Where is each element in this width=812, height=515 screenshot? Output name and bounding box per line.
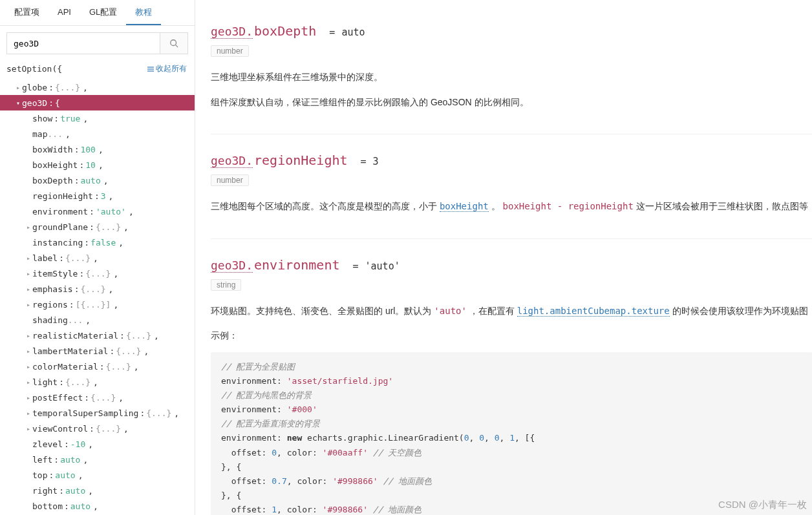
caret-icon: ▸: [25, 270, 32, 277]
tree-item-regions[interactable]: ▸regions: [{...}],: [0, 297, 195, 312]
content: geo3D. boxDepth = auto number 三维地理坐标系组件在…: [195, 0, 812, 515]
tree-item-environment[interactable]: environment: 'auto',: [0, 204, 195, 219]
desc: 组件深度默认自动，保证三维组件的显示比例跟输入的 GeoJSON 的比例相同。: [211, 94, 812, 111]
collapse-icon: [147, 65, 155, 73]
search-icon: [169, 39, 178, 48]
svg-point-0: [171, 40, 176, 46]
tab-api[interactable]: API: [48, 0, 80, 25]
prop-name: environment: [254, 257, 339, 273]
tree-item-geo3D[interactable]: ▾geo3D: {: [0, 95, 195, 110]
prop-name: boxDepth: [254, 23, 316, 39]
tree-item-boxHeight[interactable]: boxHeight: 10,: [0, 157, 195, 173]
caret-icon: ▸: [25, 379, 32, 386]
tree-item-left[interactable]: left: auto,: [0, 452, 195, 467]
tree-item-colorMaterial[interactable]: ▸colorMaterial: {...},: [0, 359, 195, 374]
section-environment: geo3D. environment = 'auto' string 环境贴图。…: [211, 238, 812, 515]
caret-icon: ▸: [14, 84, 22, 91]
tree-item-realisticMaterial[interactable]: ▸realisticMaterial: {...},: [0, 328, 195, 343]
caret-icon: ▸: [25, 332, 32, 339]
caret-icon: ▸: [25, 286, 32, 293]
sig-environment: geo3D. environment = 'auto': [211, 257, 812, 273]
setoption-line: setOption({ 收起所有: [0, 59, 195, 79]
type-badge: number: [211, 174, 249, 186]
caret-icon: ▸: [25, 363, 32, 370]
prop-name: regionHeight: [254, 152, 348, 168]
caret-icon: ▸: [25, 348, 32, 355]
caret-icon: ▸: [25, 394, 32, 401]
tree-item-viewControl[interactable]: ▸viewControl: {...},: [0, 421, 195, 436]
svg-line-1: [176, 45, 178, 48]
tab-tutorial[interactable]: 教程: [126, 0, 161, 25]
tree-item-shading[interactable]: shading ...,: [0, 312, 195, 328]
default-value: auto: [341, 26, 365, 38]
sig-boxDepth: geo3D. boxDepth = auto: [211, 23, 812, 39]
collapse-all[interactable]: 收起所有: [147, 63, 187, 74]
prefix-link[interactable]: geo3D.: [211, 25, 253, 39]
tree-item-groundPlane[interactable]: ▸groundPlane: {...},: [0, 219, 195, 235]
tree-item-postEffect[interactable]: ▸postEffect: {...},: [0, 390, 195, 405]
caret-icon: ▸: [25, 255, 32, 262]
caret-icon: ▸: [25, 425, 32, 432]
default-value: 'auto': [365, 260, 400, 272]
tree-item-map[interactable]: map ...,: [0, 126, 195, 142]
inline-code: boxHeight - regionHeight: [503, 201, 634, 211]
prefix-link[interactable]: geo3D.: [211, 258, 253, 273]
tab-config[interactable]: 配置项: [5, 0, 48, 25]
sidebar: 配置项 API GL配置 教程 setOption({ 收起所有 ▸globe:…: [0, 0, 195, 515]
tree-item-temporalSuperSampling[interactable]: ▸temporalSuperSampling: {...},: [0, 405, 195, 421]
default-value: 3: [373, 156, 379, 167]
search-button[interactable]: [160, 32, 188, 54]
tree-item-zlevel[interactable]: zlevel: -10,: [0, 436, 195, 452]
setoption-open: setOption({: [6, 64, 62, 74]
search-row: [0, 26, 195, 59]
desc: 环境贴图。支持纯色、渐变色、全景贴图的 url。默认为 'auto' ，在配置有…: [211, 302, 812, 320]
tree-item-globe[interactable]: ▸globe: {...},: [0, 79, 195, 95]
tree-item-label[interactable]: ▸label: {...},: [0, 250, 195, 266]
tree-item-instancing[interactable]: instancing: false,: [0, 235, 195, 250]
section-boxDepth: geo3D. boxDepth = auto number 三维地理坐标系组件在…: [211, 16, 812, 110]
tree-item-itemStyle[interactable]: ▸itemStyle: {...},: [0, 266, 195, 281]
prefix-link[interactable]: geo3D.: [211, 154, 253, 168]
tree-item-right[interactable]: right: auto,: [0, 483, 195, 498]
link-boxHeight[interactable]: boxHeight: [440, 201, 489, 212]
type-badge: string: [211, 279, 241, 291]
tabs: 配置项 API GL配置 教程: [0, 0, 195, 26]
option-tree[interactable]: ▸globe: {...},▾geo3D: {show: true,map ..…: [0, 79, 195, 515]
tree-item-emphasis[interactable]: ▸emphasis: {...},: [0, 281, 195, 297]
tree-item-lambertMaterial[interactable]: ▸lambertMaterial: {...},: [0, 343, 195, 359]
caret-icon: ▾: [14, 100, 22, 107]
inline-code: 'auto': [434, 306, 467, 316]
section-regionHeight: geo3D. regionHeight = 3 number 三维地图每个区域的…: [211, 134, 812, 215]
caret-icon: ▸: [25, 224, 32, 231]
tab-glconfig[interactable]: GL配置: [80, 0, 126, 25]
caret-icon: ▸: [25, 301, 32, 308]
code-block: // 配置为全景贴图 environment: 'asset/starfield…: [211, 352, 812, 515]
search-input[interactable]: [6, 32, 160, 54]
tree-item-regionHeight[interactable]: regionHeight: 3,: [0, 188, 195, 204]
caret-icon: ▸: [25, 410, 32, 417]
sig-regionHeight: geo3D. regionHeight = 3: [211, 152, 812, 168]
tree-item-light[interactable]: ▸light: {...},: [0, 374, 195, 390]
link-ambientCubemap[interactable]: light.ambientCubemap.texture: [517, 306, 670, 317]
tree-item-show[interactable]: show: true,: [0, 110, 195, 126]
tree-item-boxWidth[interactable]: boxWidth: 100,: [0, 142, 195, 157]
type-badge: number: [211, 45, 249, 57]
tree-item-bottom[interactable]: bottom: auto,: [0, 498, 195, 514]
tree-item-boxDepth[interactable]: boxDepth: auto,: [0, 173, 195, 188]
tree-item-top[interactable]: top: auto,: [0, 467, 195, 483]
desc: 三维地理坐标系组件在三维场景中的深度。: [211, 68, 812, 86]
desc: 三维地图每个区域的高度。这个高度是模型的高度，小于 boxHeight 。 bo…: [211, 198, 812, 215]
example-label: 示例：: [211, 327, 812, 344]
